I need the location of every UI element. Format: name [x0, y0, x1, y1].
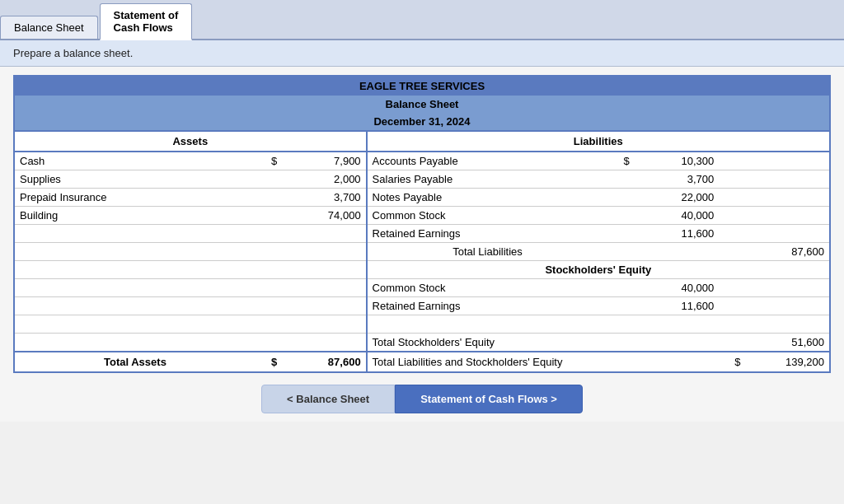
cash-dollar: $	[256, 152, 282, 170]
col-header-row: Assets Liabilities	[14, 131, 830, 152]
row-total-equity: Total Stockholders' Equity 51,600	[14, 334, 830, 352]
ap-amount: 10,300	[635, 152, 720, 170]
common-stock-liab-amount: 40,000	[635, 207, 720, 225]
prepaid-label: Prepaid Insurance	[14, 189, 256, 207]
sheet-date: December 31, 2024	[14, 113, 830, 131]
retained-equity-label: Retained Earnings	[367, 297, 608, 315]
retained-earnings-liab-amount: 11,600	[635, 225, 720, 243]
notes-payable-amount: 22,000	[635, 189, 720, 207]
row-cash-ap: Cash $ 7,900 Accounts Payable $ 10,300	[14, 152, 830, 170]
building-amount: 74,000	[282, 207, 367, 225]
supplies-amount: 2,000	[282, 170, 367, 189]
row-supplies-salaries: Supplies 2,000 Salaries Payable 3,700	[14, 170, 830, 189]
total-equity-label: Total Stockholders' Equity	[367, 334, 608, 352]
sheet-title-row: Balance Sheet	[14, 96, 830, 113]
balance-sheet-table: EAGLE TREE SERVICES Balance Sheet Decemb…	[13, 75, 831, 373]
total-assets-amount: 87,600	[282, 352, 367, 372]
common-stock-liab-label: Common Stock	[367, 207, 608, 225]
liabilities-col-header: Liabilities	[367, 131, 830, 152]
building-label: Building	[14, 207, 256, 225]
common-stock-equity-label: Common Stock	[367, 279, 608, 297]
bottom-nav: < Balance Sheet Statement of Cash Flows …	[13, 373, 831, 413]
row-empty-total-liab: Total Liabilities 87,600	[14, 243, 830, 261]
total-assets-label: Total Assets	[14, 352, 256, 372]
row-equity-header: Stockholders' Equity	[14, 261, 830, 279]
row-empty-retained-equity: Retained Earnings 11,600	[14, 297, 830, 315]
row-prepaid-notes: Prepaid Insurance 3,700 Notes Payable 22…	[14, 189, 830, 207]
total-liab-equity-dollar: $	[719, 352, 745, 372]
total-liabilities-amount: 87,600	[745, 243, 830, 261]
ap-dollar: $	[608, 152, 635, 170]
common-stock-equity-amount: 40,000	[635, 279, 720, 297]
cash-label: Cash	[14, 152, 256, 170]
cash-amount: 7,900	[282, 152, 367, 170]
total-equity-amount: 51,600	[745, 334, 830, 352]
tabs-bar: Balance Sheet Statement ofCash Flows	[0, 0, 844, 40]
tab-cash-flows[interactable]: Statement ofCash Flows	[100, 3, 193, 40]
assets-col-header: Assets	[14, 131, 367, 152]
prepaid-amount: 3,700	[282, 189, 367, 207]
retained-equity-amount: 11,600	[635, 297, 720, 315]
supplies-label: Supplies	[14, 170, 256, 189]
total-liab-equity-label: Total Liabilities and Stockholders' Equi…	[367, 352, 608, 372]
row-empty-common-stock-equity: Common Stock 40,000	[14, 279, 830, 297]
company-name: EAGLE TREE SERVICES	[14, 76, 830, 96]
salaries-amount: 3,700	[635, 170, 720, 189]
row-building-common: Building 74,000 Common Stock 40,000	[14, 207, 830, 225]
row-empty-1	[14, 315, 830, 334]
company-name-row: EAGLE TREE SERVICES	[14, 76, 830, 96]
notes-payable-label: Notes Payable	[367, 189, 608, 207]
next-button[interactable]: Statement of Cash Flows >	[395, 385, 583, 413]
main-content: EAGLE TREE SERVICES Balance Sheet Decemb…	[0, 67, 844, 422]
ap-label: Accounts Payable	[367, 152, 608, 170]
retained-earnings-liab-label: Retained Earnings	[367, 225, 608, 243]
tab-balance-sheet[interactable]: Balance Sheet	[0, 16, 98, 39]
row-totals: Total Assets $ 87,600 Total Liabilities …	[14, 352, 830, 372]
total-liab-equity-amount: 139,200	[745, 352, 830, 372]
salaries-label: Salaries Payable	[367, 170, 608, 189]
sheet-title: Balance Sheet	[14, 96, 830, 113]
instruction-bar: Prepare a balance sheet.	[0, 40, 844, 67]
stockholders-equity-header: Stockholders' Equity	[367, 261, 830, 279]
sheet-date-row: December 31, 2024	[14, 113, 830, 131]
total-assets-dollar: $	[256, 352, 282, 372]
total-liabilities-label: Total Liabilities	[367, 243, 608, 261]
prev-button[interactable]: < Balance Sheet	[261, 385, 395, 413]
row-empty-retained: Retained Earnings 11,600	[14, 225, 830, 243]
